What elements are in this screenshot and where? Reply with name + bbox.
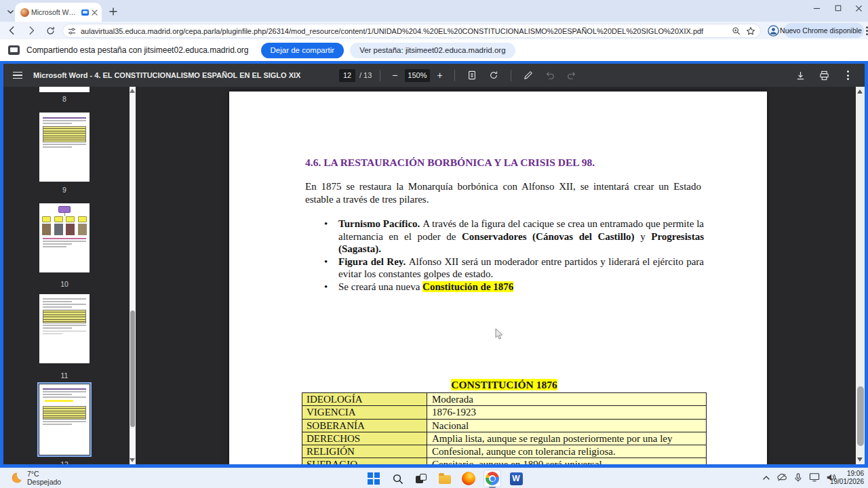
bookmark-star-icon[interactable] <box>746 26 755 36</box>
table-cell-label: DERECHOS <box>302 432 427 445</box>
word-icon: W <box>510 472 523 485</box>
site-settings-tune-icon[interactable] <box>68 27 76 35</box>
bullet-item: Figura del Rey. Alfonso XII será un mode… <box>323 256 704 281</box>
tab-sharing-banner: Compartiendo esta pestaña con jitsimeet0… <box>0 39 868 61</box>
task-view-icon <box>416 474 427 483</box>
print-icon[interactable] <box>815 66 833 84</box>
firefox-icon <box>462 472 475 485</box>
share-border-left <box>0 64 3 464</box>
page-number-input[interactable]: 12 <box>339 69 355 82</box>
clock-date: 19/01/2026 <box>830 478 864 486</box>
thumbnail-page-12-selected[interactable] <box>39 384 90 455</box>
file-explorer-button[interactable] <box>436 470 454 487</box>
thumbnail-page-11[interactable] <box>39 294 90 363</box>
pdf-scrollbar[interactable] <box>856 87 865 464</box>
zoom-in-button[interactable]: + <box>434 70 446 81</box>
annotate-pen-icon[interactable] <box>519 66 537 84</box>
zoom-page-icon[interactable] <box>732 26 741 35</box>
bullet-text: y <box>635 231 652 242</box>
chrome-tab-strip: Microsoft Word - 4. EL CONSTITUCIONALISM… <box>0 0 868 22</box>
bullet-text: Se creará una nueva <box>338 281 422 292</box>
thumbnail-scrollbar[interactable] <box>130 87 136 464</box>
thumbnail-page-8[interactable] <box>39 87 90 92</box>
system-tray <box>762 470 837 487</box>
window-close-button[interactable] <box>853 3 864 14</box>
onedrive-cloud-icon[interactable] <box>776 472 787 485</box>
tab-close-icon[interactable] <box>92 9 98 16</box>
view-tab-button[interactable]: Ver pestaña: jitsimeet02.educa.madrid.or… <box>350 43 515 58</box>
table-cell-value: 1876-1923 <box>427 406 706 418</box>
constitution-table: IDEOLOGÍA Moderada VIGENCIA 1876-1923 SO… <box>302 392 707 464</box>
pdf-viewer-toolbar: Microsoft Word - 4. EL CONSTITUCIONALISM… <box>3 64 865 87</box>
undo-icon <box>541 66 559 84</box>
clock-time: 19:06 <box>830 470 864 478</box>
bullet-list: Turnismo Pacífico. A través de la figura… <box>323 218 704 293</box>
reload-button[interactable] <box>43 24 57 37</box>
fit-page-icon[interactable] <box>463 66 481 84</box>
thumbnail-label-10: 10 <box>26 280 103 288</box>
pdf-scrollbar-thumb[interactable] <box>857 386 864 446</box>
start-button[interactable] <box>365 470 382 487</box>
stop-sharing-button[interactable]: Dejar de compartir <box>261 43 344 58</box>
thumbnail-page-9[interactable] <box>39 113 90 182</box>
thumbnail-label-8: 8 <box>26 95 103 103</box>
table-row: SUFRAGIO Censitario, aunque en 1890 será… <box>302 458 706 464</box>
chrome-update-pill[interactable]: Nuevo Chrome disponible <box>784 23 864 38</box>
bullet-text: Conservadores (Cánovas del Castillo) <box>462 231 635 242</box>
table-cell-label: VIGENCIA <box>302 406 427 418</box>
zoom-out-button[interactable]: − <box>389 70 401 81</box>
profile-avatar-icon[interactable] <box>766 24 780 37</box>
url-text[interactable]: aulavirtual35.educa.madrid.org/cepa.parl… <box>81 27 726 35</box>
highlighted-text: Constitución de 1876 <box>422 281 513 292</box>
share-border-bottom <box>0 464 868 468</box>
screen: Microsoft Word - 4. EL CONSTITUCIONALISM… <box>0 0 868 488</box>
table-cell-label: SOBERANÍA <box>302 420 427 432</box>
new-tab-button[interactable] <box>107 5 119 17</box>
window-maximize-button[interactable] <box>833 3 844 14</box>
taskbar-clock[interactable]: 19:06 19/01/2026 <box>830 470 864 486</box>
tab-title: Microsoft Word - 4. EL CONSTITUCIONALISM… <box>31 8 79 16</box>
browser-toolbar: aulavirtual35.educa.madrid.org/cepa.parl… <box>0 22 868 39</box>
thumbnail-page-10[interactable] <box>39 203 90 272</box>
microphone-icon[interactable] <box>793 472 803 485</box>
bullet-text: Turnismo Pacífico. <box>338 218 422 229</box>
table-row: DERECHOS Amplia lista, aunque se regulan… <box>302 432 706 445</box>
taskbar-search-button[interactable] <box>389 470 406 487</box>
windows-logo-icon <box>368 472 380 485</box>
window-minimize-button[interactable] <box>811 3 822 14</box>
table-row: IDEOLOGÍA Moderada <box>302 393 706 406</box>
folder-icon <box>439 475 451 484</box>
address-bar[interactable]: aulavirtual35.educa.madrid.org/cepa.parl… <box>62 24 761 38</box>
chrome-button-active[interactable] <box>484 470 501 487</box>
forward-button[interactable] <box>24 24 38 37</box>
moon-icon <box>9 471 23 485</box>
bullet-item: Turnismo Pacífico. A través de la figura… <box>323 218 704 256</box>
weather-widget[interactable]: 7°C Despejado <box>9 470 61 486</box>
rotate-icon[interactable] <box>485 66 502 84</box>
bullet-text: Figura del Rey. <box>338 256 409 267</box>
bullet-item: Se creará una nueva Constitución de 1876 <box>323 281 704 293</box>
table-caption: CONSTITUCIÓN 1876 <box>302 379 707 391</box>
table-row: VIGENCIA 1876-1923 <box>302 406 706 419</box>
thumbnail-label-9: 9 <box>26 186 103 194</box>
intro-paragraph: En 1875 se restaura la Monarquía borbóni… <box>305 180 701 205</box>
table-cell-value: Censitario, aunque en 1890 será universa… <box>427 458 706 464</box>
word-button[interactable]: W <box>507 470 525 487</box>
cast-display-icon[interactable] <box>809 472 820 485</box>
pdf-menu-icon[interactable] <box>9 66 26 84</box>
pdf-viewer-main: 8 9 10 <box>3 87 865 464</box>
browser-menu-icon[interactable] <box>866 26 868 35</box>
pdf-more-menu-icon[interactable] <box>839 66 856 84</box>
browser-tab[interactable]: Microsoft Word - 4. EL CONSTITUCIONALISM… <box>15 3 102 22</box>
zoom-level-value[interactable]: 150% <box>405 69 429 82</box>
firefox-button[interactable] <box>460 470 477 487</box>
document-page: 4.6. LA RESTAURACIÓN BORBÓNICA Y LA CRIS… <box>229 92 767 464</box>
back-button[interactable] <box>5 24 19 37</box>
weather-condition: Despejado <box>27 478 61 486</box>
download-icon[interactable] <box>791 66 809 84</box>
thumbnail-scrollbar-thumb[interactable] <box>130 310 135 427</box>
task-view-button[interactable] <box>412 470 430 487</box>
page-total-label: / 13 <box>359 71 372 79</box>
table-row: RELIGIÓN Confesional, aunque con toleran… <box>302 445 706 458</box>
tray-chevron-up-icon[interactable] <box>762 472 770 485</box>
